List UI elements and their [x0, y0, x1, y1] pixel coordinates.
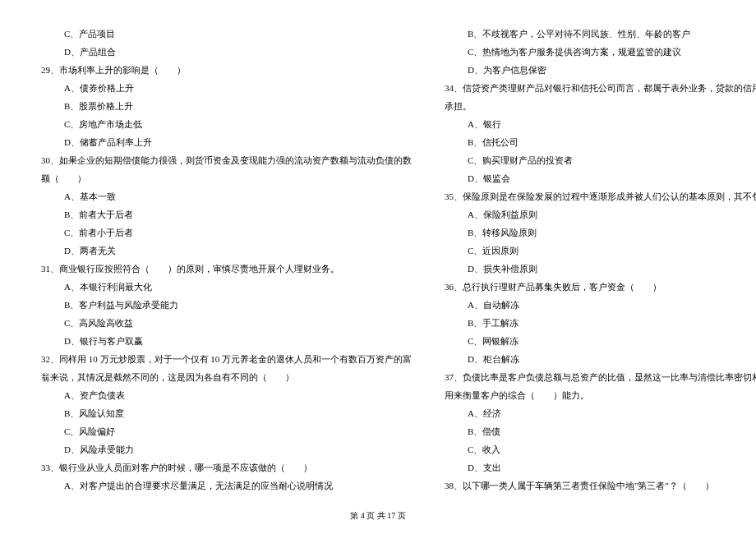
- option-text: C、网银解冻: [445, 332, 756, 350]
- question-text: 30、如果企业的短期偿债能力很强，则货币资金及变现能力强的流动资产数额与流动负债…: [41, 151, 412, 169]
- option-text: B、手工解冻: [445, 314, 756, 332]
- option-text: C、前者小于后者: [41, 223, 412, 242]
- right-column: B、不歧视客户，公平对待不同民族、性别、年龄的客户C、热情地为客户服务提供咨询方…: [445, 25, 756, 501]
- question-text: 33、银行业从业人员面对客户的时候，哪一项是不应该做的（ ）: [41, 458, 412, 476]
- option-text: A、保险利益原则: [445, 205, 756, 223]
- left-column: C、产品项目D、产品组合29、市场利率上升的影响是（ ）A、债券价格上升B、股票…: [41, 25, 412, 501]
- option-text: D、两者无关: [41, 242, 412, 260]
- option-text: A、债券价格上升: [41, 79, 412, 97]
- question-text: 32、同样用 10 万元炒股票，对于一个仅有 10 万元养老金的退休人员和一个有…: [41, 350, 412, 368]
- question-text: 翁来说，其情况是截然不同的，这是因为各自有不同的（ ）: [41, 368, 412, 386]
- option-text: A、基本一致: [41, 187, 412, 205]
- option-text: B、偿债: [445, 422, 756, 440]
- option-text: A、经济: [445, 404, 756, 422]
- option-text: B、风险认知度: [41, 404, 412, 422]
- option-text: C、近因原则: [445, 242, 756, 260]
- option-text: D、产品组合: [41, 43, 412, 61]
- question-text: 35、保险原则是在保险发展的过程中逐渐形成并被人们公认的基本原则，其不包括（ ）: [445, 187, 756, 205]
- option-text: B、转移风险原则: [445, 223, 756, 242]
- option-text: C、产品项目: [41, 25, 412, 43]
- option-text: C、风险偏好: [41, 422, 412, 440]
- page-footer: 第 4 页 共 17 页: [0, 510, 756, 522]
- option-text: B、不歧视客户，公平对待不同民族、性别、年龄的客户: [445, 25, 756, 43]
- option-text: B、信托公司: [445, 133, 756, 151]
- option-text: A、资产负债表: [41, 386, 412, 404]
- option-text: B、股票价格上升: [41, 97, 412, 115]
- question-text: 承担。: [445, 97, 756, 115]
- option-text: C、房地产市场走低: [41, 115, 412, 133]
- option-text: D、银行与客户双赢: [41, 332, 412, 350]
- option-text: C、高风险高收益: [41, 314, 412, 332]
- question-text: 37、负债比率是客户负债总额与总资产的比值，显然这一比率与清偿比率密切相关，同样…: [445, 368, 756, 386]
- option-text: B、客户利益与风险承受能力: [41, 296, 412, 314]
- page-columns: C、产品项目D、产品组合29、市场利率上升的影响是（ ）A、债券价格上升B、股票…: [41, 25, 715, 501]
- option-text: D、银监会: [445, 169, 756, 187]
- option-text: D、支出: [445, 458, 756, 476]
- option-text: D、损失补偿原则: [445, 260, 756, 278]
- option-text: A、自动解冻: [445, 296, 756, 314]
- question-text: 额（ ）: [41, 169, 412, 187]
- option-text: C、购买理财产品的投资者: [445, 151, 756, 169]
- option-text: B、前者大于后者: [41, 205, 412, 223]
- option-text: D、风险承受能力: [41, 440, 412, 458]
- question-text: 29、市场利率上升的影响是（ ）: [41, 61, 412, 79]
- question-text: 用来衡量客户的综合（ ）能力。: [445, 386, 756, 404]
- option-text: D、为客户信息保密: [445, 61, 756, 79]
- option-text: A、本银行利润最大化: [41, 278, 412, 296]
- question-text: 36、总行执行理财产品募集失败后，客户资金（ ）: [445, 278, 756, 296]
- option-text: C、收入: [445, 440, 756, 458]
- option-text: A、对客户提出的合理要求尽量满足，无法满足的应当耐心说明情况: [41, 476, 412, 495]
- question-text: 31、商业银行应按照符合（ ）的原则，审慎尽责地开展个人理财业务。: [41, 260, 412, 278]
- option-text: C、热情地为客户服务提供咨询方案，规避监管的建议: [445, 43, 756, 61]
- option-text: D、柜台解冻: [445, 350, 756, 368]
- option-text: D、储蓄产品利率上升: [41, 133, 412, 151]
- option-text: A、银行: [445, 115, 756, 133]
- question-text: 38、以下哪一类人属于车辆第三者责任保险中地"第三者"？（ ）: [445, 476, 756, 495]
- question-text: 34、信贷资产类理财产品对银行和信托公司而言，都属于表外业务，贷款的信用风险完全…: [445, 79, 756, 97]
